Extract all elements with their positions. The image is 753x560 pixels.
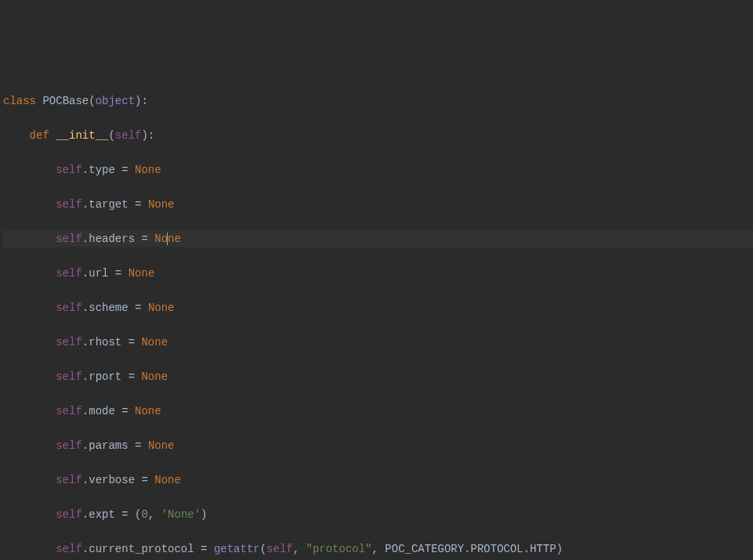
builtin: object bbox=[96, 95, 135, 107]
code-line: self.target = None bbox=[3, 196, 753, 213]
class-name: POCBase bbox=[42, 95, 89, 107]
string: "protocol" bbox=[306, 543, 372, 555]
none: None bbox=[148, 439, 175, 452]
code-line: self.verbose = None bbox=[3, 471, 753, 489]
function-name: __init__ bbox=[56, 129, 108, 142]
attr: url bbox=[89, 267, 108, 280]
attr: target bbox=[89, 198, 128, 211]
attr: type bbox=[89, 164, 115, 176]
code-line: self.type = None bbox=[3, 161, 753, 179]
code-line: self.current_protocol = getattr(self, "p… bbox=[3, 540, 753, 558]
self: self bbox=[56, 439, 82, 452]
attr: params bbox=[89, 439, 128, 452]
self: self bbox=[56, 336, 82, 349]
code-line: self.mode = None bbox=[3, 403, 753, 420]
none: None bbox=[148, 198, 175, 211]
number: 0 bbox=[141, 508, 147, 521]
keyword: def bbox=[30, 129, 49, 142]
none: None bbox=[141, 370, 168, 383]
self: self bbox=[56, 543, 82, 555]
self: self bbox=[56, 302, 82, 314]
self: self bbox=[56, 474, 82, 486]
code-line: self.scheme = None bbox=[3, 299, 753, 316]
none: None bbox=[148, 302, 175, 314]
attr: verbose bbox=[89, 474, 135, 486]
self: self bbox=[266, 543, 293, 555]
self: self bbox=[56, 405, 82, 417]
string: 'None' bbox=[161, 508, 201, 521]
self: self bbox=[56, 508, 82, 521]
none: None bbox=[129, 267, 155, 280]
code-line: self.rport = None bbox=[3, 368, 753, 385]
enum: POC_CATEGORY.PROTOCOL.HTTP bbox=[385, 543, 556, 555]
builtin: getattr bbox=[214, 543, 260, 555]
text-caret bbox=[167, 233, 168, 245]
none: None bbox=[141, 336, 168, 349]
self: self bbox=[56, 233, 82, 245]
keyword: class bbox=[3, 95, 36, 107]
attr: scheme bbox=[89, 302, 128, 314]
none: None bbox=[154, 233, 181, 245]
code-editor[interactable]: class POCBase(object): def __init__(self… bbox=[0, 69, 753, 560]
self: self bbox=[56, 267, 82, 280]
code-line: class POCBase(object): bbox=[3, 92, 753, 110]
self: self bbox=[115, 129, 142, 142]
attr: rport bbox=[89, 370, 121, 383]
code-line: self.url = None bbox=[3, 265, 753, 282]
code-line: def __init__(self): bbox=[3, 127, 753, 144]
attr: mode bbox=[89, 405, 115, 417]
self: self bbox=[56, 164, 82, 176]
code-line: self.rhost = None bbox=[3, 334, 753, 351]
attr: expt bbox=[89, 508, 115, 521]
none: None bbox=[135, 164, 161, 176]
attr: rhost bbox=[89, 336, 121, 349]
attr: headers bbox=[89, 233, 135, 245]
none: None bbox=[135, 405, 161, 417]
self: self bbox=[56, 198, 82, 211]
none: None bbox=[154, 474, 181, 486]
code-line-current: self.headers = None bbox=[3, 230, 753, 247]
self: self bbox=[56, 370, 82, 383]
attr: current_protocol bbox=[89, 543, 194, 555]
code-line: self.expt = (0, 'None') bbox=[3, 506, 753, 523]
code-line: self.params = None bbox=[3, 437, 753, 454]
